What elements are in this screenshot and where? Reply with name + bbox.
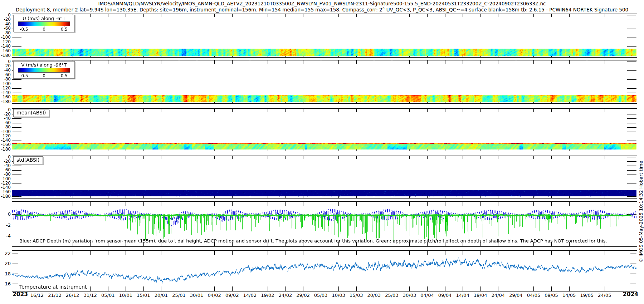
y-tick-label: -160 xyxy=(0,49,11,53)
y-tick-label: -180 xyxy=(0,53,11,58)
panel-u_velocity xyxy=(12,14,637,58)
x-tick-label: 26/12 xyxy=(63,293,82,298)
colorbar-title-v: V (m/s) along -96°T xyxy=(14,62,74,68)
depth-variation-caption: Blue: ADCP Depth (m) variation from sens… xyxy=(19,238,607,244)
x-axis-year-start: 2023 xyxy=(13,291,28,298)
x-tick-label: 04/02 xyxy=(205,293,224,298)
x-tick-label: 14/05 xyxy=(560,293,579,298)
x-tick-label: 24/02 xyxy=(275,293,295,298)
x-tick-label: 25/01 xyxy=(169,293,189,298)
y-tick-label: -2 xyxy=(0,223,11,227)
colorbar-tick-label: 0 xyxy=(43,73,45,78)
y-tick-label: 20 xyxy=(0,261,11,266)
x-tick-label: 04/04 xyxy=(418,293,437,298)
colorbar-tick-label: -0.5 xyxy=(20,73,28,78)
x-tick-label: 24/05 xyxy=(595,293,614,298)
x-tick-label: 09/05 xyxy=(542,293,561,298)
colorbar-scale-v: -0.500.5 xyxy=(18,73,70,78)
colorbar-tick-label: 0 xyxy=(43,27,45,32)
colorbar-title-u: U (m/s) along -6°T xyxy=(14,16,74,21)
x-tick-label: 29/04 xyxy=(506,293,526,298)
panel-std_absi xyxy=(12,156,637,198)
y-tick-label: 18 xyxy=(0,271,11,276)
v_velocity-canvas xyxy=(12,60,636,103)
figure-title-filename: IMOS/ANMN/QLD/NWSLYN/Velocity/IMOS_ANMN-… xyxy=(0,1,644,6)
colorbar-legend-v: V (m/s) along -96°T -0.500.5 xyxy=(13,61,75,79)
x-tick-label: 05/03 xyxy=(311,293,331,298)
x-tick-label: 14/02 xyxy=(240,293,259,298)
x-tick-label: 29/02 xyxy=(293,293,313,298)
y-tick-label: 16 xyxy=(0,281,11,286)
colorbar-tick-label: 0.5 xyxy=(61,27,68,32)
x-tick-label: 19/05 xyxy=(577,293,596,298)
panel-temperature xyxy=(12,250,637,291)
colorbar-tick-label: -0.5 xyxy=(20,27,28,32)
x-tick-label: 10/01 xyxy=(116,293,135,298)
y-tick-label: -180 xyxy=(0,99,11,104)
y-tick-label: 0 xyxy=(0,212,11,216)
x-tick-label: 30/03 xyxy=(400,293,419,298)
x-tick-label: 31/12 xyxy=(80,293,100,298)
y-tick-label: -180 xyxy=(0,194,11,199)
x-tick-label: 24/04 xyxy=(488,293,508,298)
figure-subtitle-deployment: Deployment 8, member 2 lat=9.94S lon=130… xyxy=(0,7,644,13)
std_absi-canvas xyxy=(12,156,636,198)
x-tick-label: 15/01 xyxy=(134,293,153,298)
u_velocity-canvas xyxy=(12,14,636,57)
y-tick-label: -4 xyxy=(0,234,11,238)
colorbar-scale-u: -0.500.5 xyxy=(18,26,70,32)
x-tick-label: 14/04 xyxy=(453,293,472,298)
x-tick-label: 09/02 xyxy=(223,293,242,298)
panel-mean_absi xyxy=(12,108,637,151)
colorbar-legend-u: U (m/s) along -6°T -0.500.5 xyxy=(13,15,75,32)
panel-label-mean-absi: mean(ABSI) xyxy=(13,109,49,117)
mean_absi-canvas xyxy=(12,109,636,151)
x-tick-label: 30/01 xyxy=(187,293,206,298)
temperature-canvas xyxy=(12,251,636,291)
x-tick-label: 15/03 xyxy=(347,293,366,298)
temperature-label: Temperature at instrument xyxy=(19,284,87,290)
x-tick-label: 20/03 xyxy=(364,293,384,298)
panel-v_velocity xyxy=(12,60,637,104)
x-tick-label: 19/02 xyxy=(258,293,277,298)
x-tick-label: 19/04 xyxy=(471,293,490,298)
x-axis-year-end: 2024 xyxy=(616,291,638,298)
figure: IMOS/ANMN/QLD/NWSLYN/Velocity/IMOS_ANMN-… xyxy=(0,0,644,304)
x-tick-label: 16/12 xyxy=(27,293,47,298)
x-tick-label: 05/01 xyxy=(98,293,118,298)
panel-label-std-absi: std(ABSI) xyxy=(13,156,43,164)
y-tick-label: -180 xyxy=(0,147,11,152)
x-tick-label: 20/01 xyxy=(151,293,171,298)
colorbar-tick-label: 0.5 xyxy=(61,73,68,78)
x-tick-label: 25/03 xyxy=(382,293,401,298)
x-tick-label: 21/12 xyxy=(45,293,64,298)
x-tick-label: 04/05 xyxy=(524,293,543,298)
x-tick-label: 10/03 xyxy=(329,293,348,298)
x-tick-label: 09/04 xyxy=(435,293,455,298)
imos-watermark: © IMOS 05-May-2025 10:14:32 Hobart time xyxy=(638,156,644,268)
y-tick-label: 22 xyxy=(0,251,11,256)
